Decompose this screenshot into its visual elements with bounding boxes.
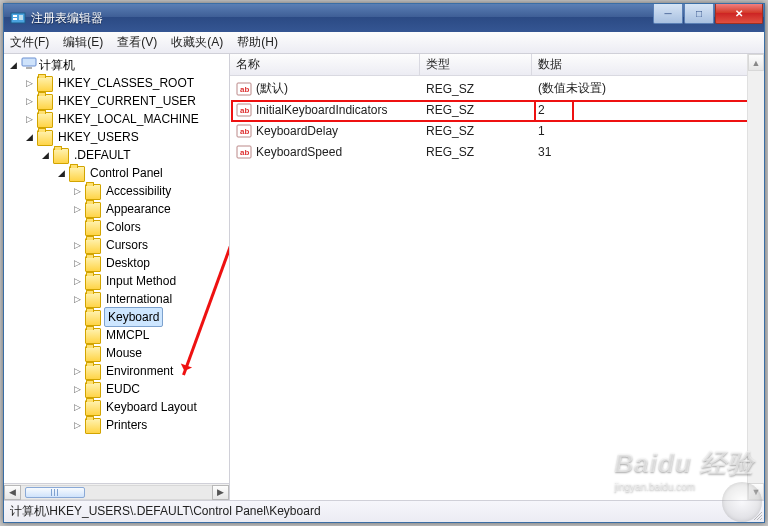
svg-rect-4	[22, 58, 36, 66]
list-vscrollbar[interactable]: ▲ ▼	[747, 54, 764, 500]
menu-view[interactable]: 查看(V)	[117, 34, 157, 51]
tree-hscrollbar[interactable]: ◀ ▶	[4, 483, 229, 500]
tree-node-international[interactable]: ▷International	[72, 290, 229, 308]
expand-icon[interactable]: ◢	[56, 168, 67, 179]
scroll-track[interactable]	[748, 71, 764, 483]
scroll-track[interactable]	[21, 485, 212, 500]
menubar: 文件(F) 编辑(E) 查看(V) 收藏夹(A) 帮助(H)	[4, 32, 764, 54]
tree-node-colors[interactable]: ▷Colors	[72, 218, 229, 236]
close-button[interactable]: ✕	[715, 4, 763, 24]
tree-node-hku[interactable]: ◢HKEY_USERS	[24, 128, 229, 146]
menu-edit[interactable]: 编辑(E)	[63, 34, 103, 51]
expand-icon[interactable]: ▷	[72, 294, 83, 305]
tree[interactable]: ◢ 计算机 ▷HKEY_CLASSES_ROOT ▷HKEY_CURRENT_U…	[4, 54, 229, 483]
folder-icon	[85, 292, 101, 308]
tree-node-keyboard layout[interactable]: ▷Keyboard Layout	[72, 398, 229, 416]
body-area: ◢ 计算机 ▷HKEY_CLASSES_ROOT ▷HKEY_CURRENT_U…	[4, 54, 764, 500]
list-row[interactable]: ab(默认)REG_SZ(数值未设置)	[230, 78, 764, 99]
folder-icon	[85, 346, 101, 362]
folder-icon	[53, 148, 69, 164]
expand-icon[interactable]: ▷	[72, 258, 83, 269]
tree-node-mmcpl[interactable]: ▷MMCPL	[72, 326, 229, 344]
statusbar: 计算机\HKEY_USERS\.DEFAULT\Control Panel\Ke…	[4, 500, 764, 522]
tree-node-eudc[interactable]: ▷EUDC	[72, 380, 229, 398]
scroll-left-button[interactable]: ◀	[4, 485, 21, 500]
registry-editor-window: 注册表编辑器 ─ □ ✕ 文件(F) 编辑(E) 查看(V) 收藏夹(A) 帮助…	[3, 3, 765, 523]
tree-node-label: Keyboard	[104, 307, 163, 327]
tree-node-hkcr[interactable]: ▷HKEY_CLASSES_ROOT	[24, 74, 229, 92]
column-header-data[interactable]: 数据	[532, 54, 764, 75]
tree-node-mouse[interactable]: ▷Mouse	[72, 344, 229, 362]
computer-icon	[21, 55, 37, 76]
list-header: 名称 类型 数据	[230, 54, 764, 76]
tree-node-label: Appearance	[104, 200, 173, 218]
reg-sz-icon: ab	[236, 81, 252, 97]
cell-name: ab(默认)	[230, 80, 420, 97]
tree-node-default[interactable]: ◢.DEFAULT	[40, 146, 229, 164]
tree-node-hklm[interactable]: ▷HKEY_LOCAL_MACHINE	[24, 110, 229, 128]
value-name: KeyboardDelay	[256, 124, 338, 138]
scroll-down-button[interactable]: ▼	[748, 483, 764, 500]
expand-icon[interactable]: ◢	[40, 150, 51, 161]
tree-node-control-panel[interactable]: ◢Control Panel	[56, 164, 229, 182]
menu-favorites[interactable]: 收藏夹(A)	[171, 34, 223, 51]
expand-icon[interactable]: ▷	[72, 402, 83, 413]
tree-node-environment[interactable]: ▷Environment	[72, 362, 229, 380]
tree-node-appearance[interactable]: ▷Appearance	[72, 200, 229, 218]
tree-root[interactable]: ◢ 计算机	[8, 56, 229, 74]
tree-node-accessibility[interactable]: ▷Accessibility	[72, 182, 229, 200]
expand-icon[interactable]: ▷	[72, 240, 83, 251]
list-row[interactable]: abKeyboardSpeedREG_SZ31	[230, 141, 764, 162]
expand-icon[interactable]: ▷	[72, 384, 83, 395]
expand-icon[interactable]: ▷	[72, 420, 83, 431]
cell-type: REG_SZ	[420, 103, 532, 117]
tree-node-label: HKEY_CLASSES_ROOT	[56, 74, 196, 92]
expand-icon[interactable]: ▷	[72, 204, 83, 215]
tree-node-label: .DEFAULT	[72, 146, 132, 164]
tree-node-cursors[interactable]: ▷Cursors	[72, 236, 229, 254]
value-name: InitialKeyboardIndicators	[256, 103, 387, 117]
tree-node-label: Cursors	[104, 236, 150, 254]
tree-node-label: Environment	[104, 362, 175, 380]
tree-node-keyboard[interactable]: ▷Keyboard	[72, 308, 229, 326]
menu-help[interactable]: 帮助(H)	[237, 34, 278, 51]
menu-file[interactable]: 文件(F)	[10, 34, 49, 51]
cell-data: 31	[532, 145, 764, 159]
tree-node-printers[interactable]: ▷Printers	[72, 416, 229, 434]
tree-node-input method[interactable]: ▷Input Method	[72, 272, 229, 290]
svg-rect-3	[19, 15, 23, 20]
resize-grip[interactable]	[748, 506, 762, 520]
list-row[interactable]: abInitialKeyboardIndicatorsREG_SZ2	[230, 99, 764, 120]
expand-icon[interactable]: ◢	[8, 60, 19, 71]
titlebar[interactable]: 注册表编辑器 ─ □ ✕	[4, 4, 764, 32]
tree-node-desktop[interactable]: ▷Desktop	[72, 254, 229, 272]
svg-rect-1	[13, 15, 17, 17]
minimize-button[interactable]: ─	[653, 4, 683, 24]
list-row[interactable]: abKeyboardDelayREG_SZ1	[230, 120, 764, 141]
tree-node-label: HKEY_CURRENT_USER	[56, 92, 198, 110]
tree-node-hkcu[interactable]: ▷HKEY_CURRENT_USER	[24, 92, 229, 110]
maximize-button[interactable]: □	[684, 4, 714, 24]
scroll-thumb[interactable]	[25, 487, 85, 498]
list-body[interactable]: ab(默认)REG_SZ(数值未设置)abInitialKeyboardIndi…	[230, 76, 764, 500]
statusbar-path: 计算机\HKEY_USERS\.DEFAULT\Control Panel\Ke…	[10, 503, 321, 520]
expand-icon[interactable]: ▷	[72, 186, 83, 197]
folder-icon	[85, 364, 101, 380]
column-header-name[interactable]: 名称	[230, 54, 420, 75]
expand-icon[interactable]: ▷	[24, 114, 35, 125]
expand-icon[interactable]: ▷	[72, 276, 83, 287]
folder-icon	[69, 166, 85, 182]
column-header-type[interactable]: 类型	[420, 54, 532, 75]
svg-text:ab: ab	[240, 106, 249, 115]
folder-icon	[85, 256, 101, 272]
folder-icon	[37, 130, 53, 146]
cell-name: abInitialKeyboardIndicators	[230, 102, 420, 118]
tree-panel: ◢ 计算机 ▷HKEY_CLASSES_ROOT ▷HKEY_CURRENT_U…	[4, 54, 230, 500]
expand-icon[interactable]: ▷	[24, 78, 35, 89]
tree-node-label: Desktop	[104, 254, 152, 272]
scroll-right-button[interactable]: ▶	[212, 485, 229, 500]
expand-icon[interactable]: ▷	[24, 96, 35, 107]
scroll-up-button[interactable]: ▲	[748, 54, 764, 71]
expand-icon[interactable]: ▷	[72, 366, 83, 377]
expand-icon[interactable]: ◢	[24, 132, 35, 143]
